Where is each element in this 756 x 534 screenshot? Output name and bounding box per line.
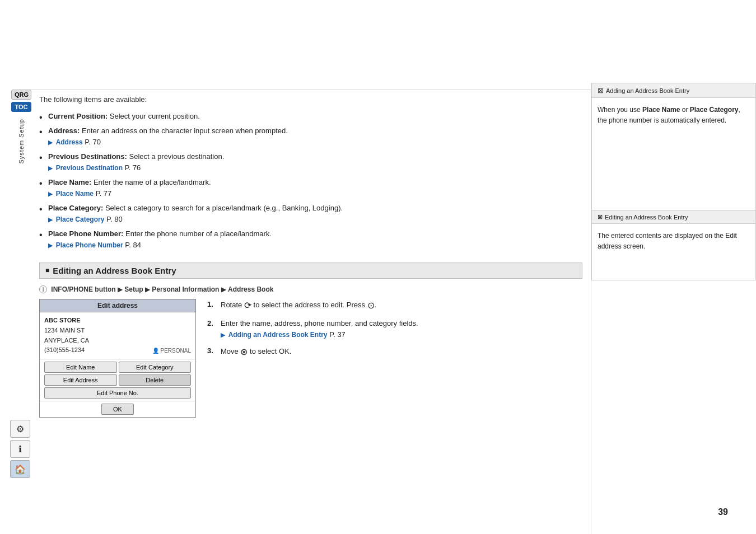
sub-heading: i INFO/PHONE button ▶ Setup ▶ Personal I… (39, 285, 582, 294)
arrow-icon-address: ▶ (48, 138, 53, 147)
item-title-previous-destinations: Previous Destinations: (48, 152, 127, 161)
phone-number: (310)555-1234 PERSONAL (44, 345, 191, 355)
edit-category-button[interactable]: Edit Category (119, 362, 192, 373)
link-adding-address-book[interactable]: Adding an Address Book Entry (228, 331, 328, 339)
personal-badge: PERSONAL (152, 346, 191, 355)
note-adding-text: When you use Place Name or Place Categor… (598, 106, 740, 124)
note-adding-icon: ⊠ (598, 86, 604, 95)
list-item-place-name: Place Name: Enter the name of a place/la… (39, 175, 582, 201)
item-title-place-category: Place Category: (48, 204, 103, 212)
info-icon-box[interactable]: ℹ (10, 440, 30, 458)
main-content: The following items are available: Curre… (39, 95, 582, 500)
settings-icon-box[interactable]: ⚙ (10, 420, 30, 438)
step-1-text: Rotate ⟳ to select the address to edit. … (221, 299, 376, 312)
link-text-place-phone-number[interactable]: Place Phone Number (56, 241, 123, 249)
note-adding: ⊠ Adding an Address Book Entry When you … (591, 83, 756, 210)
bullet-list: Current Position: Select your current po… (39, 109, 582, 252)
link-text-previous-destination[interactable]: Previous Destination (56, 164, 123, 172)
edit-address-ui: Edit address ABC STORE 1234 MAIN ST ANYP… (39, 299, 196, 417)
edit-buttons-grid: Edit Name Edit Category Edit Address Del… (40, 359, 195, 401)
sidebar-system-setup-label: System Setup (18, 119, 25, 163)
info-circle-icon: i (39, 285, 47, 293)
link-text-place-category[interactable]: Place Category (56, 216, 105, 223)
item-link-previous-destination: ▶ Previous Destination P. 76 (48, 162, 582, 174)
section-title-bar: Editing an Address Book Entry (39, 263, 582, 279)
step-2-text: Enter the name, address, phone number, a… (221, 318, 418, 340)
link-text-address[interactable]: Address (56, 138, 83, 146)
note-adding-body: When you use Place Name or Place Categor… (592, 98, 755, 210)
sidebar: QRG TOC System Setup (10, 90, 32, 163)
list-item-place-category: Place Category: Select a category to sea… (39, 201, 582, 227)
step-1-num: 1. (207, 299, 217, 312)
press-icon: ⊙ (367, 301, 375, 310)
delete-button[interactable]: Delete (119, 374, 192, 386)
arrow-icon-step2: ▶ (221, 330, 225, 340)
edit-address-panel: Edit address ABC STORE 1234 MAIN ST ANYP… (39, 299, 196, 421)
link-page-place-name: P. 77 (96, 189, 112, 198)
qrg-button[interactable]: QRG (11, 90, 31, 100)
link-page-address: P. 70 (85, 138, 101, 146)
edit-address-button[interactable]: Edit Address (44, 374, 117, 386)
note-adding-title: Adding an Address Book Entry (606, 87, 689, 94)
item-link-place-phone-number: ▶ Place Phone Number P. 84 (48, 240, 582, 251)
link-page-place-phone-number: P. 84 (125, 241, 141, 249)
info-icon: ℹ (18, 444, 22, 455)
home-icon: 🏠 (15, 464, 26, 475)
item-link-place-name: ▶ Place Name P. 77 (48, 188, 582, 199)
right-panel: ⊠ Adding an Address Book Entry When you … (591, 83, 756, 534)
move-icon: ⊗ (240, 347, 248, 357)
item-text-previous-destinations: Select a previous destination. (129, 152, 225, 161)
arrow-icon-place-name: ▶ (48, 189, 53, 199)
list-item-address: Address: Enter an address on the charact… (39, 124, 582, 149)
edit-phone-button[interactable]: Edit Phone No. (44, 387, 191, 399)
item-title-place-name: Place Name: (48, 178, 91, 186)
home-icon-box[interactable]: 🏠 (10, 460, 30, 478)
item-title-address: Address: (48, 127, 80, 135)
page-number: 39 (718, 507, 728, 517)
note-editing-text: The entered contents are displayed on th… (598, 232, 737, 250)
step-3-num: 3. (207, 345, 217, 359)
note-editing-body: The entered contents are displayed on th… (592, 224, 755, 280)
store-name: ABC STORE (44, 316, 191, 326)
arrow-icon-place-category: ▶ (48, 215, 53, 224)
edit-name-button[interactable]: Edit Name (44, 362, 117, 373)
note-adding-header: ⊠ Adding an Address Book Entry (592, 83, 755, 98)
sidebar-icons: ⚙ ℹ 🏠 (10, 420, 30, 478)
item-link-place-category: ▶ Place Category P. 80 (48, 214, 582, 225)
intro-text: The following items are available: (39, 95, 582, 104)
ok-button[interactable]: OK (101, 404, 134, 415)
item-text-place-name: Enter the name of a place/landmark. (94, 178, 211, 186)
note-editing-icon: ⊠ (598, 213, 603, 221)
list-item-current-position: Current Position: Select your current po… (39, 109, 582, 124)
edit-address-body: ABC STORE 1234 MAIN ST ANYPLACE, CA (310… (40, 312, 195, 358)
item-link-address: ▶ Address P. 70 (48, 137, 582, 148)
item-title-current-position: Current Position: (48, 112, 108, 120)
link-text-place-name[interactable]: Place Name (56, 190, 94, 198)
ok-row: OK (40, 401, 195, 417)
edit-address-title: Edit address (40, 299, 195, 312)
address-line2: ANYPLACE, CA (44, 336, 191, 346)
link-page-previous-destination: P. 76 (125, 163, 141, 172)
address-line1: 1234 MAIN ST (44, 326, 191, 336)
note-editing-title: Editing an Address Book Entry (605, 214, 688, 221)
editing-steps: 1. Rotate ⟳ to select the address to edi… (207, 299, 582, 421)
step-1: 1. Rotate ⟳ to select the address to edi… (207, 299, 582, 312)
arrow-icon-place-phone: ▶ (48, 241, 53, 250)
toc-button[interactable]: TOC (11, 102, 31, 112)
arrow-icon-prev-dest: ▶ (48, 163, 53, 173)
item-title-place-phone-number: Place Phone Number: (48, 229, 123, 238)
list-item-previous-destinations: Previous Destinations: Select a previous… (39, 149, 582, 175)
link-page-place-category: P. 80 (106, 215, 123, 223)
step-3: 3. Move ⊗ to select OK. (207, 345, 582, 359)
item-text-place-phone-number: Enter the phone number of a place/landma… (125, 229, 272, 238)
step-2-num: 2. (207, 318, 217, 340)
item-text-address: Enter an address on the character input … (82, 127, 288, 135)
settings-icon: ⚙ (16, 424, 24, 434)
step-2: 2. Enter the name, address, phone number… (207, 318, 582, 340)
editing-section: Edit address ABC STORE 1234 MAIN ST ANYP… (39, 299, 582, 421)
step-3-text: Move ⊗ to select OK. (221, 345, 291, 359)
note-editing-header: ⊠ Editing an Address Book Entry (592, 210, 755, 224)
rotate-icon: ⟳ (244, 301, 251, 310)
list-item-place-phone-number: Place Phone Number: Enter the phone numb… (39, 227, 582, 252)
step-2-page: P. 37 (329, 330, 346, 339)
